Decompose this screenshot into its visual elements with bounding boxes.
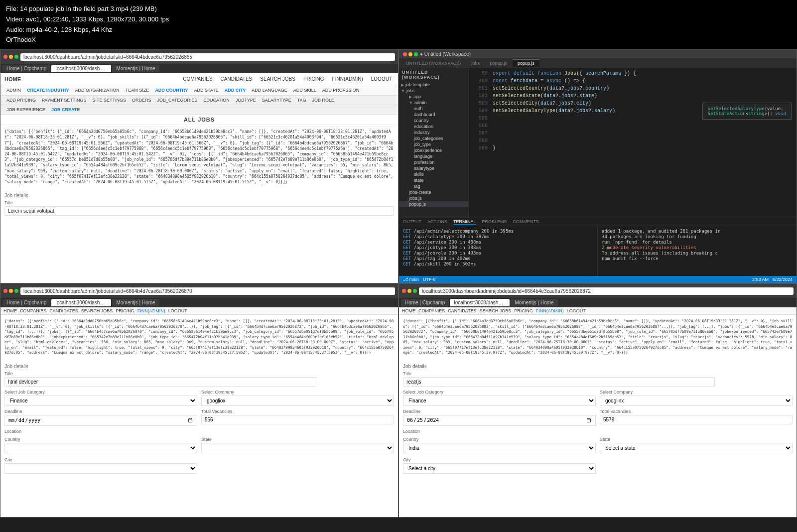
job-categories-link[interactable]: JOB_CATEGORIES <box>155 97 200 104</box>
tree-job-template[interactable]: ▶job template <box>399 82 468 88</box>
nav-candidates[interactable]: CANDIDATES <box>219 75 255 83</box>
tree-education[interactable]: education <box>399 124 468 130</box>
tree-country[interactable]: country <box>399 118 468 124</box>
tab-home-q3[interactable]: Home | Ctpchamp <box>2 299 50 306</box>
tab-admin-q4[interactable]: localhost:3000/dashboard/admi... <box>450 299 510 306</box>
panel-tab-actions[interactable]: ACTIONS <box>427 219 447 225</box>
tab-admin-q1[interactable]: localhost:3000/dashboard/admi... <box>51 65 111 72</box>
add-state-link[interactable]: ADD STATE <box>192 87 221 94</box>
tree-jobexperience[interactable]: jobexperience <box>399 147 468 153</box>
vacancies-input-q4[interactable] <box>600 415 793 424</box>
panel-tab-output[interactable]: OUTPUT <box>403 219 421 225</box>
vacancies-input-q3[interactable] <box>201 415 394 424</box>
tab-admin-q3[interactable]: localhost:3000/dashboard/admi... <box>51 299 111 306</box>
education-link[interactable]: EDUCATION <box>201 97 231 104</box>
tree-language[interactable]: language <box>399 153 468 159</box>
mn-companies-q4[interactable]: COMPANIES <box>418 308 445 313</box>
admin-link[interactable]: ADMIN <box>4 87 23 94</box>
mn-admin-q4[interactable]: FINN(ADMIN) <box>536 308 564 313</box>
job-experience-link[interactable]: JOB EXPERIENCE <box>4 106 47 113</box>
maximize-dot[interactable] <box>14 55 18 59</box>
add-city-link[interactable]: ADD CITY <box>223 87 248 94</box>
mn-admin-q3[interactable]: FINN(ADMIN) <box>137 308 165 313</box>
team-size-link[interactable]: TEAM SIZE <box>124 87 151 94</box>
tree-skills[interactable]: skills <box>399 171 468 177</box>
create-industry-link[interactable]: CREATE INDUSTRY <box>25 87 71 94</box>
job-create-link[interactable]: JOB CREATE <box>49 106 82 113</box>
address-bar-q4[interactable]: localhost:3000/dashboard/admin/jobdetail… <box>419 287 794 295</box>
job-cat-select-q4[interactable]: Finance <box>403 396 596 406</box>
tree-tag[interactable]: tag <box>399 183 468 189</box>
mn-logout-q3[interactable]: LOGOUT <box>168 308 187 313</box>
tab-moment-q3[interactable]: Momentjs | Home <box>112 299 159 306</box>
add-country-link[interactable]: ADD COUNTRY <box>153 87 190 94</box>
mn-candidates-q4[interactable]: CANDIDATES <box>448 308 476 313</box>
tab-moment-q4[interactable]: Momentjs | Home <box>511 299 557 306</box>
mn-logout-q4[interactable]: LOGOUT <box>567 308 586 313</box>
job-cat-select-q3[interactable]: Finance <box>4 396 197 406</box>
tag-link[interactable]: TAG <box>295 97 308 104</box>
vscode-tab-untitled[interactable]: UNTITLED (WORKSPACE) <box>401 60 466 67</box>
tree-salarytype[interactable]: salarytype <box>399 165 468 171</box>
minimize-dot-q3[interactable] <box>9 289 13 293</box>
vscode-minimize-dot[interactable] <box>408 52 412 56</box>
tree-jobs-create[interactable]: jobs-create <box>399 189 468 195</box>
close-dot-q3[interactable] <box>3 289 7 293</box>
add-skill-link[interactable]: ADD SKILL <box>291 87 318 94</box>
address-bar-q1[interactable]: localhost:3000/dashboard/admin/jobdetail… <box>20 53 395 61</box>
mn-pricing-q3[interactable]: PRICING <box>116 308 134 313</box>
close-dot[interactable] <box>3 55 7 59</box>
nav-companies[interactable]: COMPANIES <box>181 75 214 83</box>
tree-auth[interactable]: auth <box>399 106 468 112</box>
vscode-tab-popupjs[interactable]: popup.js <box>485 60 512 67</box>
tab-home-q1[interactable]: Home | Ctpchamp <box>2 65 50 72</box>
tab-moment-q1[interactable]: Momentjs | Home <box>112 65 159 72</box>
company-select-q3[interactable]: googliox <box>201 396 394 406</box>
nav-logout[interactable]: LOGOUT <box>369 75 394 83</box>
panel-tab-comments[interactable]: COMMENTS <box>513 219 539 225</box>
mn-pricing-q4[interactable]: PRICING <box>514 308 533 313</box>
tree-job-categories[interactable]: job_categories <box>399 135 468 141</box>
mn-search-q3[interactable]: SEARCH JOBS <box>81 308 113 313</box>
orders-link[interactable]: ORDERS <box>130 97 153 104</box>
nav-search-jobs[interactable]: SEARCH JOBS <box>258 75 297 83</box>
add-profession-link[interactable]: ADD PROFSSION <box>320 87 362 94</box>
add-organization-link[interactable]: ADD ORGANIZATION <box>73 87 122 94</box>
country-select-q3[interactable] <box>4 443 197 453</box>
tree-jobs-js[interactable]: jobs.js <box>399 195 468 201</box>
tree-jobs[interactable]: ▼jobs <box>399 88 468 94</box>
company-select-q4[interactable]: googlinx <box>600 396 793 406</box>
mn-companies-q3[interactable]: COMPANIES <box>20 308 46 313</box>
mn-search-q4[interactable]: SEARCH JOBS <box>480 308 512 313</box>
city-select-q4[interactable]: Select a city <box>403 463 596 474</box>
tree-industry[interactable]: industry <box>399 130 468 135</box>
tree-job-type[interactable]: job_type <box>399 141 468 147</box>
deadline-input-q4[interactable] <box>403 415 596 426</box>
salarytype-link[interactable]: SALARYTYPE <box>260 97 293 104</box>
add-language-link[interactable]: ADD LANGUAGE <box>250 87 289 94</box>
panel-tab-problems[interactable]: PROBLEMS <box>482 219 507 225</box>
minimize-dot[interactable] <box>9 55 13 59</box>
country-select-q4[interactable]: India <box>403 443 596 453</box>
city-select-q3[interactable] <box>4 463 197 474</box>
state-select-q3[interactable] <box>201 443 394 453</box>
minimize-dot-q4[interactable] <box>407 289 411 293</box>
mn-home-q3[interactable]: HOME <box>3 308 17 313</box>
vscode-maximize-dot[interactable] <box>414 52 418 56</box>
tree-admin[interactable]: ▼admin <box>399 100 468 106</box>
panel-tab-terminal[interactable]: TERMINAL <box>453 219 476 225</box>
jobtype-link[interactable]: JOBTYPE <box>234 97 258 104</box>
vscode-tab-jobs[interactable]: jobs <box>466 60 485 67</box>
mn-home-q4[interactable]: HOME <box>402 308 415 313</box>
add-pricing-link[interactable]: ADD PRICING <box>4 97 38 104</box>
tree-state[interactable]: state <box>399 177 468 183</box>
tree-popup-js[interactable]: popup.js <box>399 201 468 207</box>
maximize-dot-q4[interactable] <box>413 289 417 293</box>
site-settings-link[interactable]: SITE SETTINGS <box>91 97 129 104</box>
tree-app[interactable]: ▶app <box>399 94 468 100</box>
vscode-close-dot[interactable] <box>403 52 407 56</box>
state-select-q4[interactable]: Select a state <box>600 443 793 453</box>
deadline-input-q3[interactable] <box>4 415 197 426</box>
maximize-dot-q3[interactable] <box>14 289 18 293</box>
job-role-link[interactable]: JOB ROLE <box>310 97 337 104</box>
